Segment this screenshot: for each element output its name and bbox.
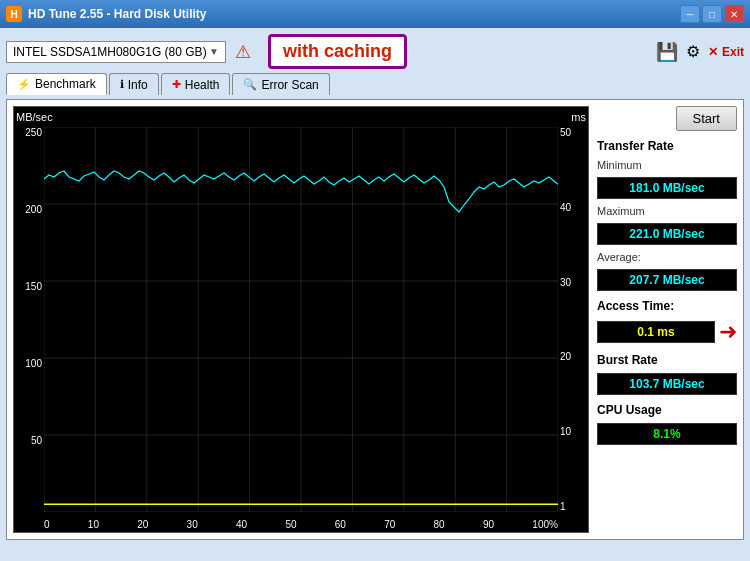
tab-health[interactable]: ✚ Health [161, 73, 231, 95]
benchmark-tab-icon: ⚡ [17, 78, 31, 91]
settings-icon[interactable]: ⚙ [682, 41, 704, 63]
red-arrow-icon: ➜ [719, 319, 737, 345]
title-bar-left: H HD Tune 2.55 - Hard Disk Utility [6, 6, 206, 22]
error-scan-tab-label: Error Scan [261, 78, 318, 92]
tab-info[interactable]: ℹ Info [109, 73, 159, 95]
window-title: HD Tune 2.55 - Hard Disk Utility [28, 7, 206, 21]
title-controls: ─ □ ✕ [680, 5, 744, 23]
drive-select[interactable]: INTEL SSDSA1MH080G1G (80 GB) ▼ [6, 41, 226, 63]
cpu-usage-value: 8.1% [597, 423, 737, 445]
dropdown-arrow-icon: ▼ [209, 46, 219, 57]
y-axis-right: 50 40 30 20 10 1 [558, 127, 588, 512]
drive-label: INTEL SSDSA1MH080G1G (80 GB) [13, 45, 207, 59]
access-time-label: Access Time: [597, 299, 737, 313]
maximize-button[interactable]: □ [702, 5, 722, 23]
access-time-value: 0.1 ms [597, 321, 715, 343]
content-area: MB/sec ms 250 200 150 100 50 50 40 30 20… [6, 99, 744, 540]
save-icon[interactable]: 💾 [656, 41, 678, 63]
exit-button[interactable]: ✕ Exit [708, 45, 744, 59]
start-button[interactable]: Start [676, 106, 737, 131]
x-axis: 0 10 20 30 40 50 60 70 80 90 100% [44, 519, 558, 530]
y-axis-left: 250 200 150 100 50 [14, 127, 44, 512]
title-bar: H HD Tune 2.55 - Hard Disk Utility ─ □ ✕ [0, 0, 750, 28]
chart-y-label: MB/sec [16, 111, 53, 123]
stats-panel: Start Transfer Rate Minimum 181.0 MB/sec… [597, 106, 737, 533]
average-label: Average: [597, 251, 737, 263]
info-tab-icon: ℹ [120, 78, 124, 91]
app-icon: H [6, 6, 22, 22]
maximum-label: Maximum [597, 205, 737, 217]
toolbar: INTEL SSDSA1MH080G1G (80 GB) ▼ ⚠ with ca… [6, 34, 744, 69]
tab-benchmark[interactable]: ⚡ Benchmark [6, 73, 107, 95]
warning-icon: ⚠ [232, 41, 254, 63]
minimize-button[interactable]: ─ [680, 5, 700, 23]
error-scan-tab-icon: 🔍 [243, 78, 257, 91]
main-window: INTEL SSDSA1MH080G1G (80 GB) ▼ ⚠ with ca… [0, 28, 750, 561]
chart-y-label-right: ms [571, 111, 586, 123]
health-tab-icon: ✚ [172, 78, 181, 91]
caching-label: with caching [268, 34, 407, 69]
burst-rate-label: Burst Rate [597, 353, 737, 367]
chart-area: MB/sec ms 250 200 150 100 50 50 40 30 20… [13, 106, 589, 533]
transfer-rate-label: Transfer Rate [597, 139, 737, 153]
info-tab-label: Info [128, 78, 148, 92]
tabs: ⚡ Benchmark ℹ Info ✚ Health 🔍 Error Scan [6, 73, 744, 95]
burst-rate-value: 103.7 MB/sec [597, 373, 737, 395]
toolbar-right: 💾 ⚙ ✕ Exit [656, 41, 744, 63]
tab-error-scan[interactable]: 🔍 Error Scan [232, 73, 329, 95]
maximum-value: 221.0 MB/sec [597, 223, 737, 245]
benchmark-tab-label: Benchmark [35, 77, 96, 91]
minimum-value: 181.0 MB/sec [597, 177, 737, 199]
average-value: 207.7 MB/sec [597, 269, 737, 291]
health-tab-label: Health [185, 78, 220, 92]
benchmark-chart [44, 127, 558, 512]
close-button[interactable]: ✕ [724, 5, 744, 23]
cpu-usage-label: CPU Usage [597, 403, 737, 417]
minimum-label: Minimum [597, 159, 737, 171]
